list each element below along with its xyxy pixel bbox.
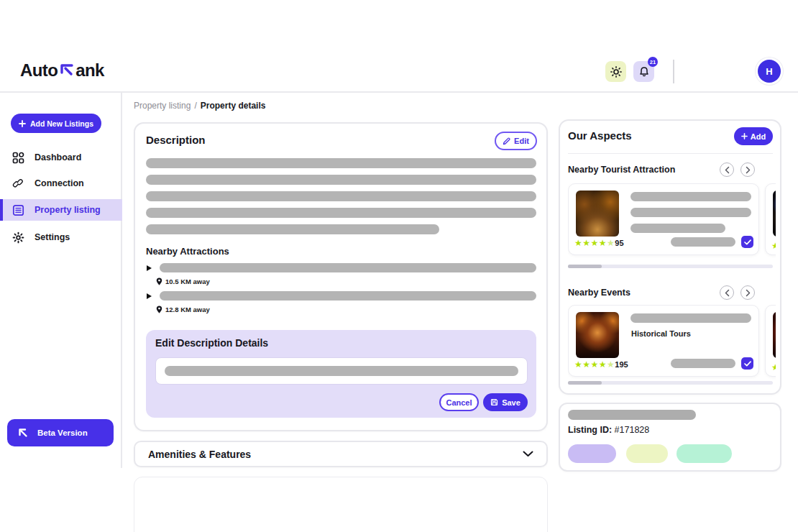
app-logo: Auto ank (20, 60, 104, 81)
sidebar: Add New Listings Dashboard Connection (0, 93, 122, 468)
rating-value: 195 (615, 360, 628, 369)
star-rating-icons: ★★★★★ (574, 360, 615, 369)
rating-row: ★★★★★ (771, 360, 776, 373)
add-aspect-button[interactable]: Add (734, 127, 773, 145)
description-placeholder-line (146, 224, 439, 234)
save-icon (490, 398, 498, 406)
aspects-divider (568, 153, 773, 154)
distance-label: 12.8 KM away (165, 306, 210, 313)
attraction-placeholder-line (160, 291, 536, 301)
edit-description-button[interactable]: Edit (495, 132, 537, 150)
event-photo (576, 312, 619, 358)
location-pin-icon (156, 306, 162, 313)
pencil-icon (503, 137, 510, 145)
sidebar-item-settings[interactable]: Settings (0, 226, 122, 248)
logo-text-after: ank (75, 60, 104, 81)
sidebar-item-connection[interactable]: Connection (0, 173, 122, 194)
add-new-listings-label: Add New Listings (30, 119, 93, 128)
add-aspect-label: Add (751, 132, 766, 141)
description-title: Description (146, 134, 206, 146)
chevron-left-icon (725, 289, 730, 297)
dashboard-icon (12, 152, 24, 164)
amenities-title: Amenities & Features (148, 449, 251, 460)
sidebar-item-dashboard[interactable]: Dashboard (0, 147, 122, 168)
sun-icon (610, 66, 622, 78)
description-edit-input[interactable] (155, 357, 528, 385)
events-carousel-scrollbar[interactable] (568, 381, 773, 385)
card-placeholder-line (671, 359, 735, 368)
tag-pill-mint[interactable] (677, 444, 732, 463)
event-card-subtitle: Historical Tours (631, 329, 691, 338)
card-placeholder-line (630, 208, 751, 217)
breadcrumb: Property listing / Property details (134, 101, 265, 111)
event-card[interactable]: Historical Tours ★★★★★ 195 (568, 305, 759, 377)
notification-count-badge: 21 (648, 57, 658, 67)
theme-toggle-button[interactable] (605, 61, 626, 82)
select-aspect-checkbox[interactable] (741, 357, 753, 370)
tourist-card-partial[interactable]: ★★★★★ (765, 183, 776, 255)
plus-icon (19, 120, 26, 127)
carousel-next-button[interactable] (740, 285, 755, 300)
event-photo (773, 312, 776, 358)
card-placeholder-line (630, 192, 751, 201)
event-card-partial[interactable]: ★★★★★ (765, 305, 776, 377)
rating-value: 95 (615, 239, 623, 247)
header-divider (673, 60, 674, 83)
chevron-right-icon (746, 289, 751, 297)
chevron-left-icon (725, 166, 730, 174)
star-rating-icons: ★★★★★ (574, 239, 615, 247)
nearby-attractions-title: Nearby Attractions (146, 246, 229, 257)
cancel-button[interactable]: Cancel (439, 393, 479, 411)
attraction-bullet-icon (147, 265, 152, 271)
card-placeholder-line (671, 237, 735, 247)
carousel-next-button[interactable] (740, 162, 755, 177)
beta-version-label: Beta Version (37, 428, 88, 437)
edit-panel-title: Edit Description Details (155, 337, 268, 349)
amenities-accordion[interactable]: Amenities & Features (134, 441, 548, 467)
distance-label: 10.5 KM away (165, 278, 210, 285)
select-aspect-checkbox[interactable] (741, 236, 753, 248)
scrollbar-thumb[interactable] (568, 265, 602, 268)
tourist-carousel-scrollbar[interactable] (568, 265, 773, 268)
carousel-prev-button[interactable] (720, 285, 734, 300)
checkmark-icon (744, 361, 751, 367)
tag-pill-yellow[interactable] (626, 444, 668, 463)
checkmark-icon (744, 239, 751, 245)
property-listing-icon (12, 204, 24, 216)
breadcrumb-parent[interactable]: Property listing (134, 101, 191, 111)
listing-id-value: #171828 (615, 425, 650, 435)
card-placeholder-line (630, 313, 751, 323)
location-pin-icon (156, 278, 162, 285)
carousel-prev-button[interactable] (720, 162, 734, 177)
chevron-down-icon (523, 451, 533, 457)
save-button[interactable]: Save (483, 393, 528, 411)
tag-pill-purple[interactable] (568, 444, 616, 463)
beta-version-button[interactable]: Beta Version (7, 419, 114, 446)
star-rating-icons: ★★★★★ (771, 362, 776, 372)
sidebar-item-property-listing[interactable]: Property listing (0, 199, 122, 221)
sidebar-item-label: Property listing (35, 205, 101, 215)
description-placeholder-line (146, 191, 536, 201)
breadcrumb-separator: / (194, 101, 196, 111)
description-placeholder-line (146, 158, 536, 168)
attraction-distance: 10.5 KM away (156, 278, 210, 285)
listing-id-row: Listing ID: #171828 (568, 425, 649, 435)
tourist-section-title: Nearby Tourist Attraction (568, 165, 675, 175)
scrollbar-thumb[interactable] (568, 381, 602, 385)
logo-text-before: Auto (20, 60, 58, 81)
chevron-right-icon (746, 166, 751, 174)
logo-arrow-icon (59, 62, 75, 78)
rating-row: ★★★★★ 195 (574, 360, 628, 369)
rating-row: ★★★★★ (771, 239, 776, 252)
events-section-title: Nearby Events (568, 288, 630, 298)
beta-arrow-icon (17, 427, 29, 439)
notifications-button[interactable]: 21 (633, 61, 654, 82)
sidebar-item-label: Connection (35, 178, 84, 188)
attraction-distance: 12.8 KM away (156, 306, 210, 313)
tourist-card[interactable]: ★★★★★ 95 (568, 183, 759, 255)
add-new-listings-button[interactable]: Add New Listings (11, 114, 101, 133)
sidebar-item-label: Dashboard (35, 152, 81, 162)
user-avatar[interactable]: H (758, 60, 781, 83)
sidebar-item-label: Settings (35, 232, 70, 242)
bell-icon (638, 66, 650, 78)
